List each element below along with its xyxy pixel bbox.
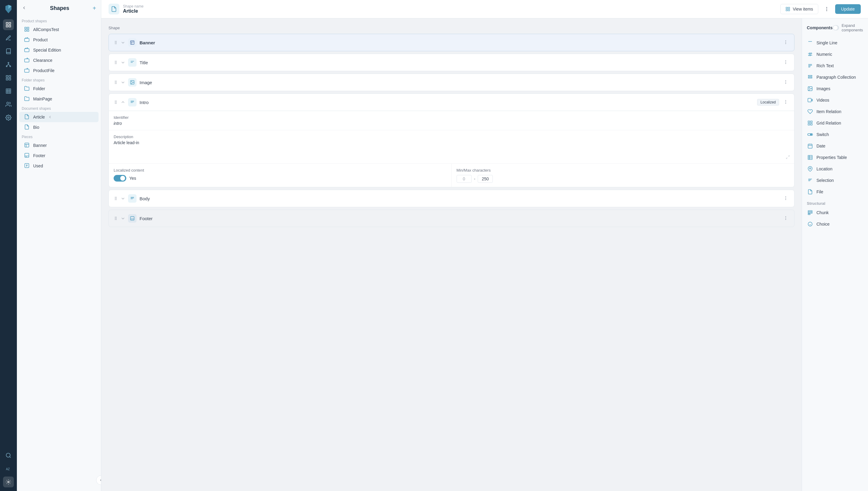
chevron-banner[interactable] bbox=[121, 40, 125, 45]
component-selection[interactable]: Selection bbox=[807, 175, 863, 186]
component-date[interactable]: Date bbox=[807, 140, 863, 152]
bio-label: Bio bbox=[33, 125, 39, 130]
svg-point-73 bbox=[115, 197, 116, 197]
nav-search[interactable] bbox=[3, 450, 14, 461]
numeric-icon bbox=[807, 51, 813, 58]
svg-rect-7 bbox=[6, 76, 8, 78]
component-item-relation[interactable]: Item Relation bbox=[807, 106, 863, 117]
svg-point-42 bbox=[785, 42, 786, 42]
description-textarea[interactable]: Article lead-in bbox=[114, 140, 789, 158]
component-file[interactable]: File bbox=[807, 186, 863, 198]
drag-handle-title[interactable] bbox=[114, 60, 118, 64]
components-header: Components Expand components bbox=[807, 23, 863, 32]
component-videos[interactable]: Videos bbox=[807, 94, 863, 106]
body-type-icon bbox=[128, 194, 136, 203]
chevron-title[interactable] bbox=[121, 60, 125, 64]
more-options-button[interactable] bbox=[822, 4, 832, 14]
sidebar-item-productfile[interactable]: ProductFile bbox=[19, 65, 98, 76]
component-grid-relation[interactable]: Grid Relation bbox=[807, 117, 863, 129]
view-items-label: View items bbox=[793, 7, 813, 11]
svg-point-82 bbox=[115, 217, 116, 217]
sidebar-item-mainpage[interactable]: MainPage bbox=[19, 94, 98, 104]
nav-shapes[interactable] bbox=[3, 19, 14, 30]
nav-book[interactable] bbox=[3, 46, 14, 57]
footer-row-more[interactable] bbox=[782, 214, 789, 223]
component-numeric[interactable]: Numeric bbox=[807, 49, 863, 60]
chevron-intro[interactable] bbox=[121, 100, 125, 104]
nav-gear[interactable] bbox=[3, 476, 14, 487]
component-single-line[interactable]: Single Line bbox=[807, 37, 863, 49]
title-row-more[interactable] bbox=[782, 59, 789, 67]
app-logo[interactable] bbox=[3, 4, 14, 15]
nav-grid[interactable] bbox=[3, 73, 14, 83]
sidebar-item-folder[interactable]: Folder bbox=[19, 84, 98, 94]
localized-toggle-wrapper: Yes bbox=[114, 175, 447, 181]
drag-handle-footer[interactable] bbox=[114, 216, 118, 221]
mainpage-label: MainPage bbox=[33, 96, 52, 102]
description-field: Description Article lead-in bbox=[109, 130, 794, 164]
shape-row-intro-header: Intro Localized bbox=[109, 94, 794, 111]
expand-toggle-switch[interactable] bbox=[833, 25, 839, 30]
banner-row-more[interactable] bbox=[782, 38, 789, 47]
nav-network[interactable] bbox=[3, 59, 14, 70]
location-label: Location bbox=[816, 167, 832, 171]
svg-point-70 bbox=[785, 100, 786, 100]
component-chunk[interactable]: Chunk bbox=[807, 207, 863, 219]
component-rich-text[interactable]: Rich Text bbox=[807, 60, 863, 71]
sidebar-item-article[interactable]: Article bbox=[19, 112, 98, 122]
selection-icon bbox=[807, 177, 813, 184]
component-choice[interactable]: Choice bbox=[807, 219, 863, 230]
drag-handle-image[interactable] bbox=[114, 80, 118, 84]
sidebar-back-button[interactable] bbox=[22, 5, 27, 11]
component-images[interactable]: Images bbox=[807, 83, 863, 94]
image-type-icon bbox=[128, 78, 136, 87]
sidebar-item-product[interactable]: Product bbox=[19, 35, 98, 45]
nav-users[interactable] bbox=[3, 99, 14, 110]
svg-point-13 bbox=[6, 453, 10, 457]
nav-table[interactable] bbox=[3, 86, 14, 96]
localized-content-col: Localized content Yes bbox=[109, 164, 452, 187]
sidebar-item-allcompstest[interactable]: AllCompsTest bbox=[19, 24, 98, 35]
sidebar-collapse-button[interactable] bbox=[96, 475, 101, 485]
svg-point-75 bbox=[115, 200, 116, 200]
sidebar-item-clearance[interactable]: Clearance bbox=[19, 55, 98, 65]
component-properties-table[interactable]: Properties Table bbox=[807, 152, 863, 163]
sidebar-add-button[interactable]: + bbox=[93, 5, 96, 12]
chevron-image[interactable] bbox=[121, 80, 125, 84]
nav-az[interactable]: AZ bbox=[3, 463, 14, 474]
drag-handle-body[interactable] bbox=[114, 196, 118, 201]
svg-point-46 bbox=[115, 64, 116, 64]
drag-handle-intro[interactable] bbox=[114, 100, 118, 104]
nav-settings2[interactable] bbox=[3, 112, 14, 123]
paragraph-collection-label: Paragraph Collection bbox=[816, 75, 856, 80]
image-row-more[interactable] bbox=[782, 79, 789, 87]
view-items-button[interactable]: View items bbox=[780, 4, 818, 14]
sidebar-item-special-edition[interactable]: Special Edition bbox=[19, 45, 98, 55]
drag-handle-banner[interactable] bbox=[114, 40, 118, 45]
chevron-body[interactable] bbox=[121, 196, 125, 201]
component-paragraph-collection[interactable]: Paragraph Collection bbox=[807, 71, 863, 83]
svg-point-86 bbox=[116, 218, 116, 219]
nav-pencil[interactable] bbox=[3, 33, 14, 44]
banner-piece-icon bbox=[24, 142, 30, 148]
component-switch[interactable]: Switch bbox=[807, 129, 863, 140]
chevron-footer[interactable] bbox=[121, 216, 125, 221]
svg-point-66 bbox=[115, 104, 116, 104]
component-location[interactable]: Location bbox=[807, 163, 863, 175]
shape-row-image: Image bbox=[108, 74, 795, 91]
min-input[interactable] bbox=[457, 175, 472, 183]
svg-point-67 bbox=[116, 101, 116, 101]
sidebar-item-footer-piece[interactable]: Footer bbox=[19, 150, 98, 161]
svg-rect-97 bbox=[811, 121, 812, 122]
body-row-more[interactable] bbox=[782, 195, 789, 203]
update-button[interactable]: Update bbox=[835, 4, 861, 14]
intro-row-more[interactable] bbox=[782, 98, 789, 107]
svg-point-54 bbox=[115, 82, 116, 82]
sidebar-item-banner-piece[interactable]: Banner bbox=[19, 140, 98, 150]
article-label: Article bbox=[33, 115, 45, 119]
svg-point-72 bbox=[785, 103, 786, 104]
sidebar-item-used-piece[interactable]: Used bbox=[19, 161, 98, 171]
sidebar-item-bio[interactable]: Bio bbox=[19, 122, 98, 133]
localized-toggle[interactable] bbox=[114, 175, 126, 181]
svg-point-108 bbox=[808, 222, 812, 226]
